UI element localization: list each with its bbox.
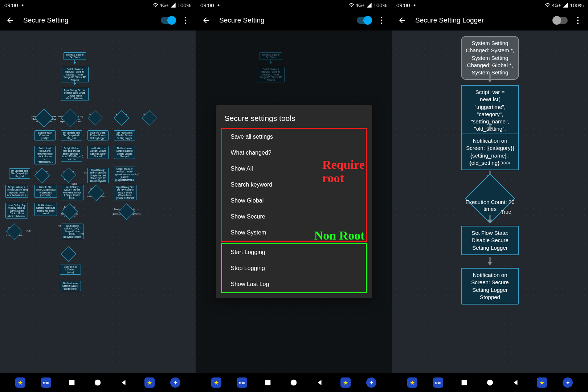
app-icon-1[interactable]: ★ xyxy=(15,377,25,388)
app-icon-1[interactable]: ★ xyxy=(211,377,221,388)
node-init[interactable]: Init Variable Text File: {secpath} to fi… xyxy=(61,130,82,140)
decision-ok1[interactable]: Expression: //operation == "ok" || value… xyxy=(87,184,105,201)
app-icon-4[interactable]: ✦ xyxy=(366,377,376,388)
app-bar: Secure Setting xyxy=(196,10,392,30)
decision-search[interactable]: Expression: value == "Search keyword" xyxy=(61,168,76,183)
back-icon[interactable] xyxy=(202,16,211,25)
app-icon-1[interactable]: ★ xyxy=(407,377,417,388)
svg-point-3 xyxy=(291,380,297,386)
back-icon[interactable] xyxy=(398,16,407,25)
status-time: 09:00 xyxy=(4,2,18,8)
decision-find[interactable]: Expression: //operation == "ok"|| find =… xyxy=(61,203,78,220)
decision-c[interactable]: Expression: value == "Start Logging" xyxy=(87,110,103,126)
label-true: True xyxy=(79,232,84,235)
decision-d[interactable]: Expression: value == "Stop Logging" xyxy=(114,110,129,126)
overflow-icon[interactable] xyxy=(573,17,582,24)
opt-stop-log[interactable]: Stop Logging xyxy=(222,260,366,276)
status-bar: 09:00 ✦ 4G+ 100% xyxy=(392,0,588,10)
decision-e[interactable]: Expression: value == "Show Last Log" xyxy=(142,110,157,126)
node-trigger[interactable]: System Setting Changed: System *, System… xyxy=(461,36,519,80)
decision-b[interactable]: Expression: containsElement(newList( "Sh… xyxy=(61,109,80,127)
opt-show-global[interactable]: Show Global xyxy=(222,193,366,209)
flow-canvas-2[interactable]: Shortcut: Secure Set Tools Script: choic… xyxy=(196,30,392,373)
node-enable[interactable]: Set Flow State: Enable Secure Setting Lo… xyxy=(87,130,109,140)
node-tap3[interactable]: Input Dialog: Tap the key value to copy … xyxy=(114,185,136,200)
node-search-dialog[interactable]: Input Dialog: Search keyword Single-line… xyxy=(87,168,109,183)
app-icon-3[interactable]: ★ xyxy=(340,377,351,388)
overflow-icon[interactable] xyxy=(181,17,190,24)
decision-a[interactable]: Expression: containsElement(newList( "Sa… xyxy=(34,109,53,127)
node-oldmap[interactable]: Script: oldmap = fromJSON(file_text); //… xyxy=(5,185,28,198)
flow-canvas-1[interactable]: Shortcut: Secure Set Tools Script: choic… xyxy=(0,30,196,373)
node-notif1[interactable]: Notification on Screen: [{category}] {se… xyxy=(461,134,519,170)
home-icon[interactable] xyxy=(485,377,495,388)
decision-sec[interactable]: Expression: //operation == "ok"|| sec = … xyxy=(118,203,135,220)
nonroot-group: Start Logging Stop Logging Show Last Log xyxy=(221,243,367,293)
svg-rect-0 xyxy=(69,380,75,385)
overflow-icon[interactable] xyxy=(377,17,386,24)
nav-bar: ★ McR ★ ✦ xyxy=(392,373,588,392)
page-title: Secure Setting xyxy=(219,16,357,24)
app-icon-2[interactable]: McR xyxy=(433,377,443,388)
node-shortcut[interactable]: Shortcut: Secure Set Tools xyxy=(64,52,86,60)
recent-icon[interactable] xyxy=(459,377,469,388)
wifi-icon xyxy=(152,2,158,8)
app-icon-4[interactable]: ✦ xyxy=(170,377,180,388)
opt-show-secure[interactable]: Show Secure xyxy=(222,209,366,225)
app-icon-3[interactable]: ★ xyxy=(144,377,155,388)
back-nav-icon[interactable] xyxy=(315,377,325,388)
status-share-icon: ✦ xyxy=(413,3,416,7)
node-map[interactable]: Script: //define map and choose select s… xyxy=(61,146,82,162)
app-icon-3[interactable]: ★ xyxy=(537,377,547,388)
node-copied[interactable]: Notification on Screen: {value} copied (… xyxy=(60,281,81,291)
back-nav-icon[interactable] xyxy=(511,377,521,388)
phone-1: 09:00 ✦ 4G+ 100% Secure Setting Shortcut… xyxy=(0,0,196,392)
app-icon-4[interactable]: ✦ xyxy=(563,377,573,388)
node-which[interactable]: Input Dialog: Which to Copy? Single Choi… xyxy=(61,224,83,239)
decision-save[interactable]: Expression: value == "Save all settings" xyxy=(34,168,50,183)
recent-icon[interactable] xyxy=(67,377,77,388)
node-input1[interactable]: Input Dialog: Secure settings tools Sing… xyxy=(61,88,89,101)
home-icon[interactable] xyxy=(93,377,103,388)
dialog-overlay[interactable]: Secure settings tools Save all settings … xyxy=(196,30,392,373)
node-notif-stopped[interactable]: Notification on Screen: Secure Setting L… xyxy=(114,146,135,159)
node-write[interactable]: Write to File: {toJSON(secmap)} to {secp… xyxy=(34,185,57,198)
opt-start-log[interactable]: Start Logging xyxy=(222,244,366,260)
opt-show-last-log[interactable]: Show Last Log xyxy=(222,276,366,292)
enable-toggle[interactable] xyxy=(357,17,371,24)
flow-canvas-3[interactable]: System Setting Changed: System *, System… xyxy=(392,30,588,373)
recent-icon[interactable] xyxy=(263,377,273,388)
svg-rect-2 xyxy=(265,380,271,385)
status-time: 09:00 xyxy=(396,2,410,8)
enable-toggle[interactable] xyxy=(161,17,175,24)
node-exec[interactable]: Execute Root Command: {cmd} in xyxy=(34,130,56,140)
node-disable[interactable]: Set Flow State: Disable Secure Setting L… xyxy=(114,130,135,140)
node-tap1[interactable]: Input Dialog: Tap the key value to copy … xyxy=(5,203,28,219)
node-tap2[interactable]: Input Dialog: {value}\ Tap the key value… xyxy=(61,185,83,200)
decision-ok-left[interactable]: Expression: //operation == "ok"|| find =… xyxy=(5,223,23,240)
node-notif-saved[interactable]: Notification on Screen: All secure setti… xyxy=(34,203,57,216)
back-nav-icon[interactable] xyxy=(119,377,129,388)
nav-bar: ★ McR ★ ✦ xyxy=(0,373,196,392)
decision-ok2[interactable]: Expression: operation == "ok" xyxy=(61,246,76,262)
node-copy[interactable]: Copy Text to Clipboard: {value} xyxy=(60,265,81,275)
node-script1[interactable]: Script: choice = newList( "Save all sett… xyxy=(61,67,89,82)
app-icon-2[interactable]: McR xyxy=(41,377,51,388)
home-icon[interactable] xyxy=(289,377,299,388)
status-bar: 09:00 ✦ 4G+ 100% xyxy=(0,0,196,10)
back-icon[interactable] xyxy=(6,16,15,25)
opt-save-all[interactable]: Save all settings xyxy=(222,129,366,145)
node-initvar2[interactable]: Init Variable Text File: {secpath} to fi… xyxy=(9,168,30,179)
node-notif2[interactable]: Notification on Screen: Secure Setting L… xyxy=(461,268,519,305)
svg-point-5 xyxy=(487,380,493,386)
node-notif-started[interactable]: Notification on Screen: Secure Setting L… xyxy=(87,146,109,159)
app-icon-2[interactable]: McR xyxy=(237,377,247,388)
anno-non-root: Non Root xyxy=(314,229,365,242)
app-bar: Secure Setting Logger xyxy=(392,10,588,30)
node-disable[interactable]: Set Flow State: Disable Secure Setting L… xyxy=(461,226,519,255)
node-lastlog-script[interactable]: Script: choice = newList(); for(i in glo… xyxy=(114,167,135,182)
status-battery: 100% xyxy=(570,2,584,8)
status-signal: 4G+ xyxy=(552,3,561,8)
enable-toggle[interactable] xyxy=(553,17,568,24)
node-split[interactable]: Script: //split stdout and remove the fi… xyxy=(34,146,56,164)
